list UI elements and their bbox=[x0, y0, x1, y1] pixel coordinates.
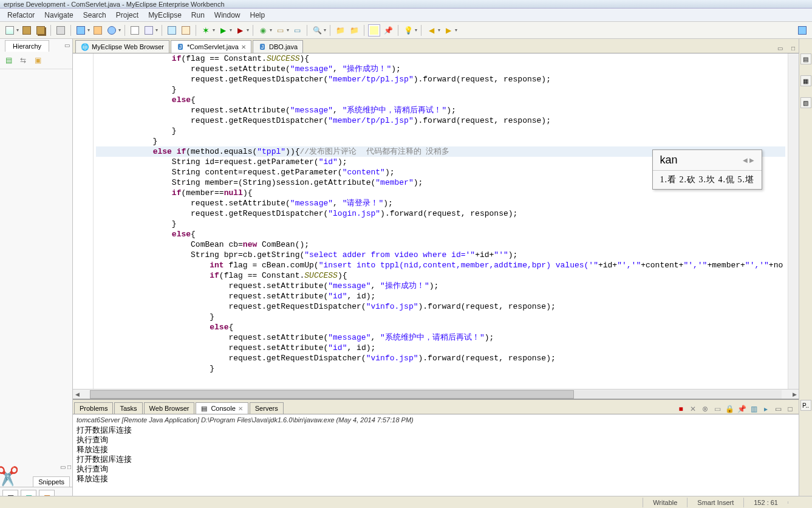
code-line[interactable]: request.getRequestDispatcher("login.jsp"… bbox=[96, 208, 785, 219]
display-button[interactable]: ▥ bbox=[749, 404, 759, 414]
editor-tab[interactable]: JDBO.java bbox=[253, 40, 303, 53]
code-line[interactable]: } bbox=[96, 312, 785, 322]
menu-myeclipse[interactable]: MyEclipse bbox=[143, 10, 186, 21]
refresh-button[interactable] bbox=[180, 24, 192, 36]
code-line[interactable]: request.getRequestDispatcher("vinfo.jsp"… bbox=[96, 301, 785, 312]
code-line[interactable]: else{ bbox=[96, 95, 785, 105]
view-button[interactable]: ▦ bbox=[800, 75, 811, 86]
editor-tab[interactable]: J*ComServlet.java✕ bbox=[171, 40, 251, 53]
code-line[interactable]: request.setAttribute("id", id); bbox=[96, 343, 785, 353]
open-type-button[interactable]: ▭ bbox=[291, 24, 303, 36]
back-button[interactable]: ◀ bbox=[425, 24, 437, 36]
minimize-icon[interactable]: ▭ bbox=[774, 44, 786, 53]
menu-search[interactable]: Search bbox=[78, 10, 111, 21]
overview-ruler[interactable] bbox=[788, 53, 799, 389]
server-button[interactable] bbox=[92, 24, 104, 36]
new-class-button[interactable]: ◉ bbox=[257, 24, 269, 36]
scroll-lock-button[interactable]: 🔒 bbox=[725, 404, 734, 414]
code-line[interactable]: request.setAttribute("id", id); bbox=[96, 291, 785, 301]
menu-window[interactable]: Window bbox=[210, 10, 245, 21]
minimize-icon[interactable]: ▭ □ bbox=[60, 464, 71, 470]
print-button[interactable] bbox=[55, 24, 67, 36]
terminate-button[interactable]: ■ bbox=[676, 404, 686, 414]
code-line[interactable]: request.getRequestDispatcher("member/tp/… bbox=[96, 74, 785, 84]
dropdown-icon[interactable]: ▾ bbox=[16, 27, 19, 33]
perspective-button[interactable] bbox=[796, 24, 808, 36]
tree-icon[interactable]: ▤ bbox=[2, 54, 15, 66]
browser-button[interactable] bbox=[106, 24, 118, 36]
debug-button[interactable]: ✶ bbox=[200, 24, 212, 36]
code-line[interactable]: String bpr=cb.getString("select adder fr… bbox=[96, 250, 785, 260]
ime-nav-icon[interactable]: ◀ ▶ bbox=[743, 157, 754, 163]
folder-button[interactable]: 📁 bbox=[334, 24, 346, 36]
hierarchy-tab[interactable]: Hierarchy bbox=[5, 40, 49, 52]
toggle-button[interactable] bbox=[368, 24, 380, 36]
code-line[interactable]: request.getRequestDispatcher("vinfo.jsp"… bbox=[96, 353, 785, 363]
folder2-button[interactable]: 📁 bbox=[348, 24, 360, 36]
deploy-button[interactable] bbox=[75, 24, 87, 36]
code-line[interactable]: if(flag == Constant.SUCCESS){ bbox=[96, 270, 785, 281]
code-line[interactable]: } bbox=[96, 219, 785, 229]
max-button[interactable]: □ bbox=[785, 404, 795, 414]
open-button[interactable]: ▸ bbox=[761, 404, 771, 414]
code-line[interactable]: request.setAttribute("message", "系统维护中，请… bbox=[96, 332, 785, 343]
bottom-tab-console[interactable]: ▤Console ✕ bbox=[196, 402, 248, 414]
snippets-tab[interactable]: Snippets bbox=[33, 476, 70, 487]
editor-tab[interactable]: 🌐MyEclipse Web Browser bbox=[75, 40, 169, 53]
pin-button[interactable]: 📌 bbox=[737, 404, 746, 414]
close-icon[interactable]: ✕ bbox=[238, 405, 243, 412]
code-line[interactable]: if(flag == Constant.SUCCESS){ bbox=[96, 53, 785, 64]
ime-candidates[interactable]: 1.看 2.砍 3.坎 4.侃 5.堪 bbox=[653, 171, 762, 189]
properties-button[interactable]: P.. bbox=[800, 400, 811, 411]
horizontal-scrollbar[interactable]: ◀ ▶ bbox=[73, 389, 799, 399]
console-body[interactable]: 打开数据库连接执行查询释放连接打开数据库连接执行查询释放连接 bbox=[73, 425, 799, 498]
link-icon[interactable]: ⇆ bbox=[17, 54, 29, 66]
build-button[interactable] bbox=[143, 24, 155, 36]
code-line[interactable]: } bbox=[96, 126, 785, 136]
code-line[interactable]: request.setAttribute("message", "操作成功！")… bbox=[96, 281, 785, 291]
bottom-tab-tasks[interactable]: Tasks bbox=[114, 402, 142, 414]
help-button[interactable]: 💡 bbox=[402, 24, 414, 36]
save-button[interactable] bbox=[21, 24, 33, 36]
code-line[interactable]: request.setAttribute("message", "请登录！"); bbox=[96, 198, 785, 208]
menu-navigate[interactable]: Navigate bbox=[39, 10, 78, 21]
code-line[interactable]: } bbox=[96, 363, 785, 374]
code-line[interactable]: else{ bbox=[96, 229, 785, 239]
save-all-button[interactable] bbox=[35, 24, 47, 36]
forward-button[interactable]: ▶ bbox=[442, 24, 454, 36]
ime-popup[interactable]: kan ◀ ▶ 1.看 2.砍 3.坎 4.侃 5.堪 bbox=[652, 149, 763, 190]
menu-help[interactable]: Help bbox=[245, 10, 270, 21]
menu-project[interactable]: Project bbox=[111, 10, 143, 21]
wizard-button[interactable] bbox=[129, 24, 141, 36]
run-button[interactable]: ▶ bbox=[217, 24, 229, 36]
collapse-icon[interactable]: ▣ bbox=[32, 54, 44, 66]
close-icon[interactable]: ✕ bbox=[241, 44, 246, 50]
view-button[interactable]: ▧ bbox=[800, 97, 811, 108]
remove-button[interactable]: ✕ bbox=[688, 404, 698, 414]
minimize-icon[interactable]: ▭ bbox=[62, 41, 72, 50]
j2ee-button[interactable] bbox=[166, 24, 178, 36]
clear-button[interactable]: ▭ bbox=[712, 404, 722, 414]
code-line[interactable]: } bbox=[96, 84, 785, 95]
bottom-tab-web-browser[interactable]: Web Browser bbox=[144, 402, 195, 414]
code-line[interactable]: request.setAttribute("message", "操作成功！")… bbox=[96, 64, 785, 74]
bottom-tab-problems[interactable]: Problems bbox=[74, 402, 113, 414]
maximize-icon[interactable]: □ bbox=[788, 44, 799, 53]
ext-tools-button[interactable]: ▶ bbox=[234, 24, 246, 36]
code-line[interactable]: else{ bbox=[96, 322, 785, 332]
menu-refactor[interactable]: Refactor bbox=[2, 10, 39, 21]
new-button[interactable] bbox=[4, 24, 16, 36]
code-line[interactable]: request.getRequestDispatcher("member/tp/… bbox=[96, 115, 785, 126]
code-line[interactable]: } bbox=[96, 136, 785, 146]
code-line[interactable]: request.setAttribute("message", "系统维护中，请… bbox=[96, 105, 785, 115]
search-button[interactable]: 🔍 bbox=[311, 24, 323, 36]
code-line[interactable]: ComBean cb=new ComBean(); bbox=[96, 239, 785, 250]
pin-button[interactable]: 📌 bbox=[382, 24, 394, 36]
outline-button[interactable]: ▤ bbox=[800, 53, 811, 64]
new-package-button[interactable]: ▭ bbox=[274, 24, 286, 36]
menu-run[interactable]: Run bbox=[186, 10, 210, 21]
bottom-tab-servers[interactable]: Servers bbox=[250, 402, 284, 414]
gutter[interactable] bbox=[73, 53, 94, 389]
code-line[interactable]: int flag = cBean.comUp("insert into tppl… bbox=[96, 260, 785, 270]
remove-all-button[interactable]: ⊗ bbox=[700, 404, 710, 414]
